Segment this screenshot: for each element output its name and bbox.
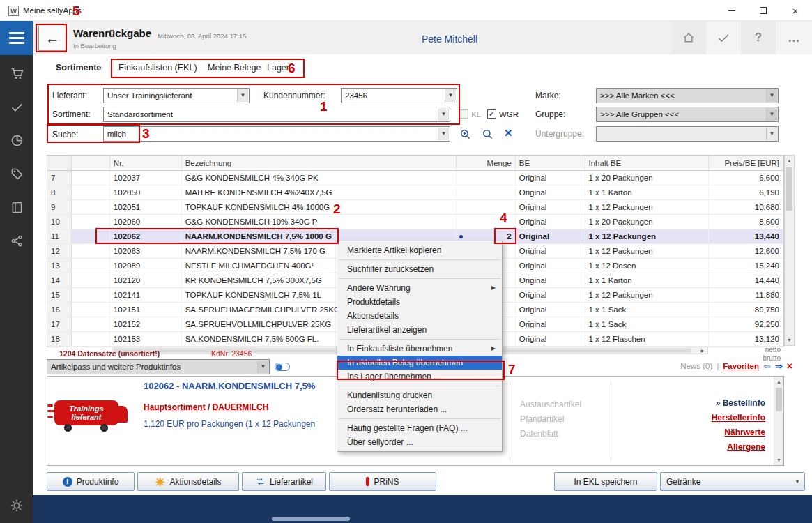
tab-meine-belege[interactable]: Meine Belege — [208, 63, 261, 73]
col-preis[interactable]: Preis/BE [EUR] — [709, 156, 783, 170]
prins-button[interactable]: PRiNS — [329, 472, 436, 491]
help-button[interactable]: ? — [741, 21, 776, 54]
home-button[interactable] — [671, 21, 706, 54]
col-menge[interactable]: Menge — [457, 156, 516, 170]
scroll-down-icon[interactable]: ▼ — [785, 335, 794, 345]
sidebar-item-settings[interactable] — [9, 498, 24, 513]
naehrwerte-link[interactable]: Nährwerte — [654, 425, 765, 440]
scroll-right-icon[interactable]: ▶ — [698, 347, 707, 354]
prev-arrow-icon[interactable]: ⇐ — [763, 361, 771, 372]
menu-item[interactable]: Suchfilter zurücksetzen — [337, 262, 502, 276]
menu-item[interactable]: Über sellyorder ... — [337, 435, 502, 449]
table-row[interactable]: 10102060G&G KONDENSMILCH 10% 340G POrigi… — [47, 215, 783, 229]
menu-item[interactable]: Andere Währung▶ — [337, 281, 502, 295]
close-button[interactable]: × — [779, 0, 812, 21]
tab-sortimente[interactable]: Sortimente — [56, 63, 101, 73]
search-button[interactable] — [481, 128, 495, 143]
clear-search-button[interactable]: ✕ — [504, 127, 513, 139]
scroll-down-icon[interactable]: ▼ — [774, 455, 783, 465]
menu-hamburger-button[interactable] — [0, 21, 33, 55]
gruppe-dropdown[interactable]: >>> Alle Gruppen <<< ▼ — [596, 107, 779, 122]
next-arrow-icon[interactable]: ⇒ — [775, 361, 783, 372]
sidebar-item-offers[interactable] — [9, 166, 24, 181]
menu-item[interactable]: Lieferartikel anzeigen — [337, 323, 502, 337]
scrollbar-thumb[interactable] — [786, 167, 792, 211]
favoriten-link[interactable]: Favoriten — [723, 362, 759, 370]
lieferant-dropdown[interactable]: Unser Trainingslieferant ▼ — [103, 88, 250, 103]
minimize-button[interactable] — [716, 0, 747, 21]
sidebar-item-catalog[interactable] — [9, 199, 24, 215]
ekl-speichern-button[interactable]: In EKL speichern — [554, 472, 657, 491]
scroll-up-icon[interactable]: ▲ — [785, 156, 794, 166]
cell-nr: 102062 — [110, 229, 182, 243]
news-link[interactable]: News (0) — [680, 362, 712, 370]
menu-item[interactable]: Markierte Artikel kopieren — [337, 243, 502, 257]
col-bezeichnung[interactable]: Bezeichnung — [182, 156, 457, 170]
news-favorites-bar: News (0) | Favoriten ⇐ ⇒ × — [680, 361, 792, 372]
sortiment-dropdown[interactable]: Standardsortiment ▼ — [103, 107, 450, 122]
search-input[interactable]: milch ▼ — [103, 126, 450, 142]
menu-item[interactable]: In aktuellen Beleg übernehmen — [337, 356, 502, 370]
sidebar-item-statistics[interactable] — [9, 132, 24, 148]
dauermilch-link[interactable]: DAUERMILCH — [213, 402, 269, 412]
back-button[interactable]: ← — [38, 26, 66, 51]
detail-scrollbar[interactable]: ▲ ▼ — [774, 377, 783, 465]
menu-item[interactable]: Häufig gestellte Fragen (FAQ) ... — [337, 421, 502, 435]
sidebar-item-cart[interactable] — [9, 66, 24, 81]
produktinfo-dropdown[interactable]: Artikelpass und weitere Produktinfos ▼ — [47, 359, 270, 374]
col-inhalt[interactable]: Inhalt BE — [585, 156, 710, 170]
marke-value: >>> Alle Marken <<< — [600, 91, 675, 100]
herstellerinfo-link[interactable]: Herstellerinfo — [654, 411, 765, 425]
sidebar-item-share[interactable] — [9, 233, 24, 248]
info-toggle[interactable] — [275, 363, 290, 371]
scrollbar-thumb[interactable] — [776, 388, 782, 411]
close-panel-icon[interactable]: × — [787, 361, 792, 372]
col-be[interactable]: BE — [516, 156, 585, 170]
table-vertical-scrollbar[interactable]: ▲ ▼ — [784, 155, 795, 346]
hauptsortiment-link[interactable]: Hauptsortiment — [144, 402, 206, 412]
lieferartikel-button[interactable]: Lieferartikel — [242, 472, 326, 491]
context-menu: Markierte Artikel kopierenSuchfilter zur… — [337, 241, 503, 452]
bestellinfo-link[interactable]: » Bestellinfo — [654, 396, 765, 411]
wgr-checkbox-group[interactable]: ✓ WGR — [487, 109, 519, 119]
cell-num: 11 — [47, 229, 72, 243]
cell-bez: MAITRE KONDENSMILCH 4%240X7,5G — [182, 185, 457, 199]
cell-be: Original — [516, 185, 585, 199]
user-name[interactable]: Pete Mitchell — [390, 33, 509, 45]
kl-checkbox[interactable] — [459, 109, 468, 119]
table-row[interactable]: 7102037G&G KONDENSMILCH 4% 340G PKOrigin… — [47, 171, 783, 185]
sortiment-value: Standardsortiment — [107, 110, 173, 119]
advanced-search-button[interactable] — [459, 128, 473, 143]
getraenke-dropdown[interactable]: Getränke ▼ — [660, 472, 805, 491]
aktionsdetails-button[interactable]: Aktionsdetails — [137, 472, 239, 491]
menu-item-label: Lieferartikel anzeigen — [347, 323, 427, 337]
tab-einkaufslisten[interactable]: Einkaufslisten (EKL) — [118, 63, 197, 73]
menu-item[interactable]: Produktdetails — [337, 295, 502, 309]
produktinfo-button[interactable]: i Produktinfo — [47, 472, 135, 491]
more-button[interactable]: … — [776, 21, 812, 54]
table-row[interactable]: 8102050MAITRE KONDENSMILCH 4%240X7,5GOri… — [47, 185, 783, 200]
scroll-up-icon[interactable]: ▲ — [774, 377, 783, 387]
menu-item[interactable]: Kundenlistung drucken — [337, 388, 502, 402]
annotation-7: 7 — [508, 362, 516, 377]
kl-checkbox-group[interactable]: KL — [459, 109, 481, 119]
tab-lager[interactable]: Lager — [267, 63, 289, 73]
menu-item[interactable]: Aktionsdetails — [337, 309, 502, 323]
menu-item[interactable]: In Einkaufsliste übernehmen▶ — [337, 342, 502, 356]
allergene-link[interactable]: Allergene — [654, 440, 765, 455]
kundennummer-dropdown[interactable]: 23456 ▼ — [341, 88, 457, 103]
cart-icon — [10, 66, 24, 81]
netto-label[interactable]: netto — [765, 346, 781, 354]
bottom-scrollbar-thumb[interactable] — [272, 517, 350, 521]
wgr-checkbox[interactable]: ✓ — [487, 109, 496, 119]
maximize-button[interactable] — [747, 0, 779, 21]
app-icon: W — [8, 6, 19, 16]
sidebar-item-tasks[interactable] — [9, 99, 24, 114]
confirm-button[interactable] — [706, 21, 741, 54]
col-nr[interactable]: Nr. — [110, 156, 182, 170]
marke-dropdown[interactable]: >>> Alle Marken <<< ▼ — [596, 88, 779, 103]
table-row[interactable]: 9102051TOPKAUF KONDENSMILCH 4% 1000GOrig… — [47, 200, 783, 215]
menu-item[interactable]: Ordersatz herunterladen ... — [337, 402, 502, 416]
supplier-logo: Trainings lieferant — [54, 400, 118, 425]
menu-item[interactable]: Ins Lager übernehmen ... — [337, 370, 502, 384]
